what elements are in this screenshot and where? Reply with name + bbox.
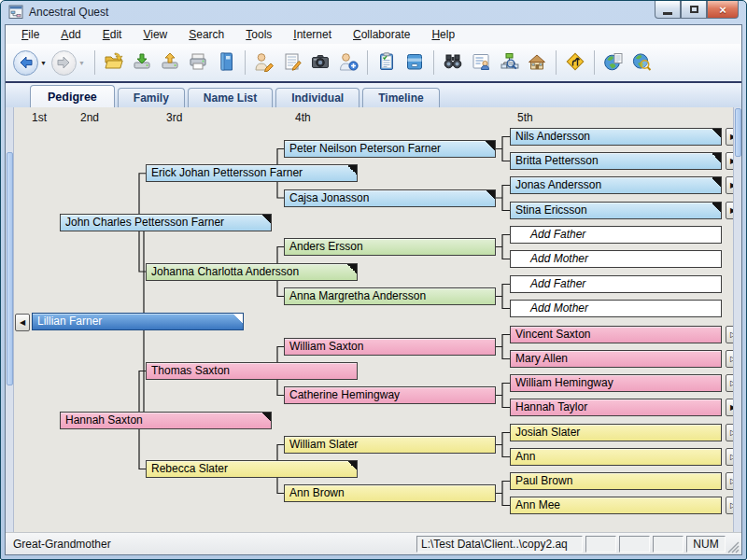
window-title: Ancestral Quest	[29, 6, 108, 19]
backup-button[interactable]	[128, 48, 156, 77]
person-name: Ann Brown	[289, 486, 345, 499]
person-box-jonas[interactable]: Jonas Andersson	[510, 176, 722, 194]
person-box-anders[interactable]: Anders Ersson	[284, 238, 496, 256]
person-box-lillian[interactable]: Lillian Farner	[32, 313, 244, 330]
record-file-button[interactable]	[401, 48, 429, 77]
reports-button[interactable]	[212, 48, 240, 77]
person-name: William Hemingway	[515, 376, 613, 389]
resize-grip[interactable]	[726, 535, 740, 553]
minimize-button[interactable]	[655, 1, 681, 19]
tab-individual[interactable]: Individual	[275, 88, 359, 107]
forward-history-dropdown[interactable]: ▼	[77, 60, 90, 66]
edit-individual-button[interactable]	[250, 48, 278, 77]
tab-name-list[interactable]: Name List	[188, 88, 273, 107]
close-button[interactable]: ×	[707, 1, 739, 19]
person-box-addm2[interactable]: Add Mother	[510, 300, 722, 317]
person-box-britta[interactable]: Britta Pettersson	[510, 152, 722, 170]
back-history-dropdown[interactable]: ▼	[38, 60, 51, 66]
ordinances-button[interactable]	[373, 48, 401, 77]
menu-item-edit[interactable]: Edit	[103, 28, 122, 41]
new-web-page-button[interactable]	[599, 48, 627, 77]
person-box-annmee[interactable]: Ann Mee	[510, 497, 722, 514]
person-name: John Charles Pettersson Farner	[65, 216, 224, 229]
person-box-john[interactable]: John Charles Pettersson Farner	[60, 214, 272, 231]
status-num-lock: NUM	[686, 536, 726, 553]
person-name: Jonas Andersson	[515, 178, 601, 191]
right-scrollbar[interactable]	[733, 107, 741, 532]
search-button[interactable]	[439, 48, 467, 77]
relationship-button[interactable]	[495, 48, 523, 77]
restore-button[interactable]	[681, 1, 707, 19]
person-box-annb[interactable]: Ann Brown	[284, 484, 496, 502]
restore-button-toolbar[interactable]	[156, 48, 184, 77]
add-individual-button[interactable]	[334, 48, 362, 77]
left-scrollbar[interactable]	[6, 107, 14, 532]
person-box-rebecca[interactable]: Rebecca Slater	[146, 460, 358, 478]
right-scrollbar-thumb[interactable]	[735, 108, 741, 157]
more-ancestors-corner-icon	[712, 129, 721, 138]
web-search-button[interactable]	[627, 48, 655, 77]
menu-item-view[interactable]: View	[143, 28, 167, 41]
person-box-nils[interactable]: Nils Andersson	[510, 128, 722, 146]
globe-page-icon	[603, 51, 624, 75]
person-box-hannahT[interactable]: Hannah Taylor	[510, 399, 722, 416]
more-ancestors-corner-icon	[712, 153, 721, 162]
menu-item-help[interactable]: Help	[431, 28, 455, 41]
person-box-anna[interactable]: Anna Margretha Andersson	[284, 287, 496, 305]
forward-button[interactable]	[51, 50, 77, 76]
print-icon	[188, 51, 208, 75]
person-name: Hannah Saxton	[65, 413, 143, 427]
more-ancestors-corner-icon	[486, 141, 495, 150]
print-button[interactable]	[184, 48, 212, 77]
status-file-path: L:\Test Data\Client..\copy2.aq	[416, 536, 583, 553]
person-name: Thomas Saxton	[151, 364, 230, 377]
person-box-peter[interactable]: Peter Neilson Peterson Farner	[284, 140, 496, 158]
menu-item-collaborate[interactable]: Collaborate	[353, 28, 410, 41]
merge-button[interactable]	[561, 48, 589, 77]
open-file-button[interactable]	[100, 48, 128, 77]
individual-summary-button[interactable]	[467, 48, 495, 77]
person-box-cajsa[interactable]: Cajsa Jonasson	[284, 189, 496, 207]
globe-search-icon	[631, 51, 652, 75]
tab-pedigree[interactable]: Pedigree	[30, 85, 115, 107]
person-box-josiah[interactable]: Josiah Slater	[510, 424, 722, 441]
notes-button[interactable]	[278, 48, 306, 77]
person-box-hannahS[interactable]: Hannah Saxton	[60, 412, 272, 429]
person-box-mary[interactable]: Mary Allen	[510, 350, 722, 368]
menu-item-file[interactable]: File	[21, 28, 39, 41]
person-box-thomas[interactable]: Thomas Saxton	[146, 362, 358, 380]
person-name: Hannah Taylor	[515, 400, 587, 413]
home-button[interactable]	[523, 48, 551, 77]
person-box-wsax[interactable]: William Saxton	[284, 338, 496, 356]
person-box-vincent[interactable]: Vincent Saxton	[510, 326, 722, 343]
person-box-cath[interactable]: Catherine Hemingway	[284, 386, 496, 404]
person-box-paul[interactable]: Paul Brown	[510, 472, 722, 490]
menu-item-add[interactable]: Add	[61, 28, 80, 41]
menu-item-tools[interactable]: Tools	[246, 28, 272, 41]
tab-family[interactable]: Family	[118, 88, 185, 107]
move-left-button-lillian[interactable]: ◀	[15, 314, 30, 331]
status-panel-2	[619, 536, 650, 553]
more-ancestors-corner-icon	[261, 215, 271, 224]
open-file-icon	[104, 51, 124, 75]
add-individual-icon	[338, 51, 359, 75]
menu-item-internet[interactable]: Internet	[293, 28, 331, 41]
person-box-addf1[interactable]: Add Father	[510, 226, 722, 244]
status-panel-1	[585, 536, 616, 553]
person-box-wsla[interactable]: William Slater	[284, 436, 496, 454]
person-box-addm1[interactable]: Add Mother	[510, 250, 722, 268]
person-box-annS[interactable]: Ann	[510, 448, 722, 466]
person-box-johanna[interactable]: Johanna Charlotta Andersson	[146, 263, 358, 281]
menu-item-search[interactable]: Search	[189, 28, 224, 41]
title-bar[interactable]: Ancestral Quest ×	[1, 1, 746, 24]
person-box-erick[interactable]: Erick Johan Pettersson Farner	[146, 164, 358, 182]
back-button[interactable]	[13, 50, 38, 76]
person-box-williamH[interactable]: William Hemingway	[510, 374, 722, 392]
person-name: Nils Andersson	[515, 130, 590, 143]
person-box-addf2[interactable]: Add Father	[510, 275, 722, 293]
tab-timeline[interactable]: Timeline	[362, 88, 439, 107]
person-box-stina[interactable]: Stina Ericsson	[510, 202, 722, 219]
person-name: Ann	[515, 450, 535, 463]
scrapbook-button[interactable]	[306, 48, 334, 77]
left-scrollbar-thumb[interactable]	[7, 152, 13, 385]
